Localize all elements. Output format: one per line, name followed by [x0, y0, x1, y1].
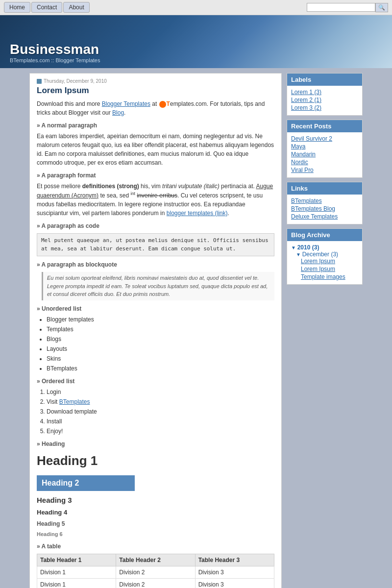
- top-navigation: Home Contact About 🔍: [0, 0, 392, 15]
- archive-widget: Blog Archive 2010 (3) December (3) Lorem…: [287, 228, 363, 285]
- heading-1: Heading 1: [37, 451, 274, 470]
- btemplates-link[interactable]: BTemplates: [59, 398, 90, 405]
- sidebar: Labels Lorem 1 (3) Lorem 2 (1) Lorem 3 (…: [287, 73, 363, 285]
- heading-5: Heading 5: [37, 519, 274, 528]
- label-lorem1[interactable]: Lorem 1 (3): [291, 89, 358, 96]
- link-deluxe[interactable]: Deluxe Templates: [291, 213, 358, 220]
- links-widget-title: Links: [287, 182, 362, 195]
- table-cell: Division 1: [37, 579, 116, 588]
- list-item: Enjoy!: [47, 427, 274, 436]
- list-item: Login: [47, 388, 274, 396]
- list-item: BTemplates: [47, 364, 274, 373]
- search-form: 🔍: [307, 3, 388, 12]
- orange-dot: [159, 101, 166, 108]
- blogger-templates-link[interactable]: Blogger Templates: [102, 100, 150, 107]
- format-para: Et posse meliore definitiones (strong) h…: [37, 182, 274, 218]
- site-title: Businessman: [10, 42, 100, 57]
- links-widget-body: BTemplates BTemplates Blog Deluxe Templa…: [287, 195, 362, 224]
- heading-3: Heading 3: [37, 495, 274, 506]
- blockquote-heading: A paragraph as blockquote: [37, 260, 274, 269]
- list-item: Install: [47, 417, 274, 426]
- nav-home-button[interactable]: Home: [4, 2, 30, 13]
- table-header: Table Header 3: [195, 554, 274, 566]
- recent-post-4[interactable]: Viral Pro: [291, 167, 358, 173]
- logo-text: Templates.com: [167, 100, 207, 107]
- recent-post-3[interactable]: Nordic: [291, 159, 358, 166]
- recent-posts-title: Recent Posts: [287, 120, 362, 132]
- table-header: Table Header 2: [116, 554, 195, 566]
- recent-post-1[interactable]: Maya: [291, 143, 358, 150]
- blockquote: Eu mei solum oporteat eleifend, libris n…: [42, 272, 274, 300]
- archive-month[interactable]: December (3): [296, 251, 358, 258]
- list-item: Visit BTemplates: [47, 397, 274, 406]
- main-content: Thursday, December 9, 2010 Lorem Ipsum D…: [29, 73, 282, 588]
- table-cell: Division 2: [116, 579, 195, 588]
- heading-2: Heading 2: [37, 475, 135, 491]
- label-lorem3[interactable]: Lorem 3 (2): [291, 104, 358, 111]
- labels-widget: Labels Lorem 1 (3) Lorem 2 (1) Lorem 3 (…: [287, 73, 363, 116]
- post-title: Lorem Ipsum: [37, 86, 274, 96]
- code-block: Mel putent quaeque an, ut postea melius …: [37, 233, 274, 256]
- post-1: Thursday, December 9, 2010 Lorem Ipsum D…: [30, 74, 281, 588]
- archive-year[interactable]: 2010 (3): [291, 244, 358, 251]
- headings-section-label: Heading: [37, 440, 274, 448]
- search-input[interactable]: [307, 3, 375, 12]
- format-heading: A paragraph format: [37, 171, 274, 180]
- header-banner: Businessman BTemplates.com :: Blogger Te…: [0, 15, 392, 68]
- archive-post-1[interactable]: Lorem Ipsum: [301, 266, 358, 272]
- post-date: Thursday, December 9, 2010: [37, 78, 274, 84]
- normal-para-text: Ea eam labores imperdiet, apeirian democ…: [37, 132, 274, 167]
- table-cell: Division 3: [195, 566, 274, 579]
- labels-widget-title: Labels: [287, 74, 362, 86]
- table-row: Division 1 Division 2 Division 3: [37, 579, 274, 588]
- list-item: Download template: [47, 407, 274, 416]
- archive-post-2[interactable]: Template images: [301, 273, 358, 280]
- intro-end2: .: [124, 109, 125, 116]
- post-body: Download this and more Blogger Templates…: [37, 99, 274, 588]
- archive-widget-body: 2010 (3) December (3) Lorem Ipsum Lorem …: [287, 241, 362, 284]
- table-section-label: A table: [37, 542, 274, 551]
- unordered-heading: Unordered list: [37, 304, 274, 313]
- table-row: Division 1 Division 2 Division 3: [37, 566, 274, 579]
- table-cell: Division 1: [37, 566, 116, 579]
- list-item: Layouts: [47, 344, 274, 353]
- table-cell: Division 3: [195, 579, 274, 588]
- ordered-heading: Ordered list: [37, 377, 274, 386]
- heading-4: Heading 4: [37, 508, 274, 517]
- nav-about-button[interactable]: About: [63, 2, 89, 13]
- unordered-list: Blogger templates Templates Blogs Layout…: [47, 315, 274, 373]
- site-subtitle: BTemplates.com :: Blogger Templates: [10, 57, 100, 63]
- post-table: Table Header 1 Table Header 2 Table Head…: [37, 554, 274, 588]
- code-heading: A paragraph as code: [37, 221, 274, 230]
- archive-widget-title: Blog Archive: [287, 229, 362, 241]
- nav-contact-button[interactable]: Contact: [31, 2, 62, 13]
- list-item: Blogs: [47, 335, 274, 343]
- page-wrap: Thursday, December 9, 2010 Lorem Ipsum D…: [29, 68, 363, 588]
- intro-text: Download this and more: [37, 100, 102, 107]
- blogger-templates-link-2[interactable]: blogger templates (link): [167, 210, 228, 217]
- label-lorem2[interactable]: Lorem 2 (1): [291, 97, 358, 103]
- search-button[interactable]: 🔍: [375, 3, 388, 12]
- normal-para-heading: A normal paragraph: [37, 121, 274, 130]
- recent-posts-body: Devil Survivor 2 Maya Mandarin Nordic Vi…: [287, 132, 362, 177]
- list-item: Blogger templates: [47, 315, 274, 324]
- table-header: Table Header 1: [37, 554, 116, 566]
- link-btemplates-blog[interactable]: BTemplates Blog: [291, 205, 358, 212]
- calendar-icon: [37, 79, 42, 84]
- intro-middle: at: [150, 100, 159, 107]
- recent-post-0[interactable]: Devil Survivor 2: [291, 135, 358, 142]
- recent-posts-widget: Recent Posts Devil Survivor 2 Maya Manda…: [287, 120, 363, 178]
- post-date-text: Thursday, December 9, 2010: [44, 78, 107, 84]
- table-cell: Division 2: [116, 566, 195, 579]
- heading-6: Heading 6: [37, 530, 274, 539]
- link-btemplates[interactable]: BTemplates: [291, 197, 358, 204]
- recent-post-2[interactable]: Mandarin: [291, 151, 358, 158]
- list-item: Skins: [47, 354, 274, 363]
- ordered-list: Login Visit BTemplates Download template…: [47, 388, 274, 436]
- links-widget: Links BTemplates BTemplates Blog Deluxe …: [287, 182, 363, 224]
- blog-link[interactable]: Blog: [112, 109, 124, 116]
- archive-post-0[interactable]: Lorem Ipsum: [301, 258, 358, 265]
- labels-widget-body: Lorem 1 (3) Lorem 2 (1) Lorem 3 (2): [287, 86, 362, 115]
- list-item: Templates: [47, 325, 274, 334]
